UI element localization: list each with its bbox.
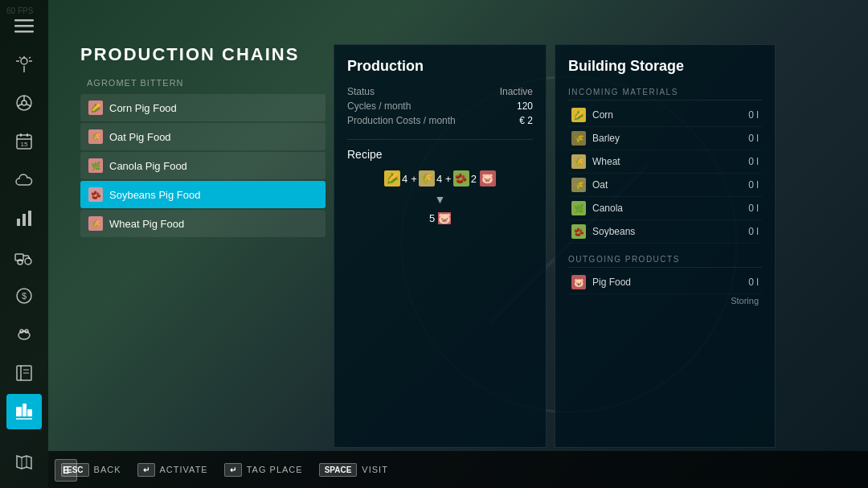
sidebar-item-steering[interactable]: [6, 85, 42, 121]
sidebar-item-stats[interactable]: [6, 201, 42, 236]
sidebar-item-production[interactable]: [6, 394, 42, 429]
stat-label-status: Status: [347, 86, 375, 97]
row-icon-corn: 🌽: [571, 108, 586, 122]
chain-list: 🌽 Corn Pig Food 🌾 Oat Pig Food 🌿 Canola …: [80, 94, 326, 237]
ingredient-corn: 🌽 4: [384, 170, 407, 187]
chain-item-corn-pig[interactable]: 🌽 Corn Pig Food: [80, 94, 326, 121]
ingredient-wheat: + 🌾 4: [411, 170, 442, 187]
incoming-section-label: INCOMING MATERIALS: [568, 84, 762, 100]
svg-point-19: [25, 258, 31, 265]
svg-line-7: [18, 105, 22, 107]
row-icon-barley: 🌾: [571, 131, 586, 146]
chain-item-wheat-pig[interactable]: 🌾 Wheat Pig Food: [80, 210, 326, 237]
row-name-oat: Oat: [592, 179, 748, 191]
output-amount: 5: [429, 212, 435, 224]
sidebar-item-weather[interactable]: [6, 162, 42, 198]
svg-rect-14: [17, 219, 20, 226]
row-name-corn: Corn: [592, 109, 748, 121]
svg-rect-31: [27, 409, 32, 416]
row-value-oat: 0 l: [748, 179, 759, 191]
row-icon-oat: 🌾: [571, 178, 586, 192]
sidebar: 15 $: [0, 0, 48, 488]
sidebar-item-book[interactable]: [6, 355, 42, 391]
svg-text:$: $: [22, 291, 27, 301]
chain-label-canola-pig: Canola Pig Food: [109, 160, 187, 172]
chain-item-soybeans-pig[interactable]: 🫘 Soybeans Pig Food: [80, 181, 326, 208]
row-value-canola: 0 l: [748, 203, 759, 214]
recipe-arrow: ▼: [435, 193, 446, 206]
row-icon-soybeans: 🫘: [571, 224, 586, 239]
chain-item-oat-pig[interactable]: 🌾 Oat Pig Food: [80, 123, 326, 150]
stat-label-costs: Production Costs / month: [347, 115, 456, 126]
ingredient-icon-wheat: 🌾: [419, 170, 435, 187]
row-name-canola: Canola: [592, 203, 748, 214]
hotkey-tag: ↵ TAG PLACE: [224, 463, 303, 477]
incoming-materials: 🌽 Corn 0 l 🌾 Barley 0 l 🌾 Wheat 0 l 🌾 Oa…: [568, 104, 762, 244]
label-back: BACK: [94, 465, 121, 474]
plus-sign-2: +: [445, 173, 452, 185]
sidebar-item-tractor[interactable]: [6, 240, 42, 275]
sidebar-item-calendar[interactable]: 15: [6, 124, 42, 159]
key-activate[interactable]: ↵: [137, 463, 155, 477]
key-space[interactable]: SPACE: [319, 463, 358, 477]
production-chains-panel: PRODUCTION CHAINS AGROMET BITTERN 🌽 Corn…: [80, 44, 326, 448]
svg-rect-2: [14, 31, 34, 33]
svg-text:15: 15: [21, 141, 28, 148]
row-value-barley: 0 l: [748, 133, 759, 144]
e-button[interactable]: E: [55, 459, 77, 482]
row-name-soybeans: Soybeans: [592, 226, 748, 237]
row-value-pigfood: 0 l: [748, 277, 759, 288]
stat-value-status: Inactive: [500, 86, 533, 97]
storage-title: Building Storage: [568, 58, 762, 75]
sidebar-item-animals[interactable]: [6, 317, 42, 352]
plus-sign-1: +: [411, 173, 417, 185]
sidebar-item-money[interactable]: $: [6, 278, 42, 314]
svg-marker-33: [17, 456, 31, 469]
ingredient-icon-soy: 🫘: [453, 170, 469, 187]
stat-row-status: Status Inactive: [347, 86, 533, 97]
row-icon-wheat: 🌾: [571, 154, 586, 169]
sidebar-item-crops[interactable]: [6, 47, 42, 82]
production-stats: Status Inactive Cycles / month 120 Produ…: [347, 86, 533, 126]
label-visit: VISIT: [362, 465, 388, 474]
production-panel: Production Status Inactive Cycles / mont…: [334, 44, 547, 448]
ingredient-icon-corn: 🌽: [384, 170, 400, 187]
bottom-bar: ESC BACK ↵ ACTIVATE ↵ TAG PLACE SPACE VI…: [48, 451, 868, 488]
row-name-pigfood: Pig Food: [592, 277, 748, 288]
svg-rect-30: [23, 404, 27, 416]
stat-row-cycles: Cycles / month 120: [347, 100, 533, 112]
storage-row-corn: 🌽 Corn 0 l: [568, 104, 762, 127]
ingredient-amount-corn: 4: [402, 173, 407, 185]
ingredient-amount-soy: 2: [471, 173, 477, 185]
section-label-agromet: AGROMET BITTERN: [80, 75, 326, 91]
row-icon-pigfood: 🐷: [571, 275, 586, 289]
key-tag[interactable]: ↵: [224, 463, 242, 477]
storage-row-canola: 🌿 Canola 0 l: [568, 197, 762, 220]
label-tag: TAG PLACE: [247, 465, 303, 474]
ingredient-icon-pig: 🐷: [480, 170, 496, 187]
storage-row-oat: 🌾 Oat 0 l: [568, 174, 762, 197]
svg-rect-0: [14, 19, 34, 22]
storage-row-pigfood: 🐷 Pig Food 0 l: [568, 271, 762, 294]
row-value-wheat: 0 l: [748, 156, 759, 167]
stat-label-cycles: Cycles / month: [347, 100, 411, 112]
outgoing-section-label: OUTGOING PRODUCTS: [568, 252, 762, 268]
hotkey-visit: SPACE VISIT: [319, 463, 388, 477]
chain-item-canola-pig[interactable]: 🌿 Canola Pig Food: [80, 152, 326, 179]
chain-label-oat-pig: Oat Pig Food: [109, 131, 171, 143]
row-value-corn: 0 l: [748, 109, 759, 121]
divider: [347, 139, 533, 140]
sidebar-item-menu[interactable]: [6, 8, 42, 43]
sidebar-item-map[interactable]: [6, 445, 42, 480]
stat-value-cycles: 120: [517, 100, 533, 112]
storage-panel: Building Storage INCOMING MATERIALS 🌽 Co…: [555, 44, 776, 448]
outgoing-products: 🐷 Pig Food 0 l Storing: [568, 271, 762, 307]
stat-row-costs: Production Costs / month € 2: [347, 115, 533, 126]
svg-point-5: [22, 100, 27, 105]
svg-point-3: [21, 58, 27, 64]
svg-rect-1: [14, 25, 34, 27]
production-panel-title: Production: [347, 58, 533, 75]
recipe-output: 5 🐷: [429, 212, 451, 224]
stat-value-costs: € 2: [519, 115, 533, 126]
recipe-content: 🌽 4 + 🌾 4 + 🫘 2 🐷 ▼ 5 🐷: [347, 170, 533, 224]
